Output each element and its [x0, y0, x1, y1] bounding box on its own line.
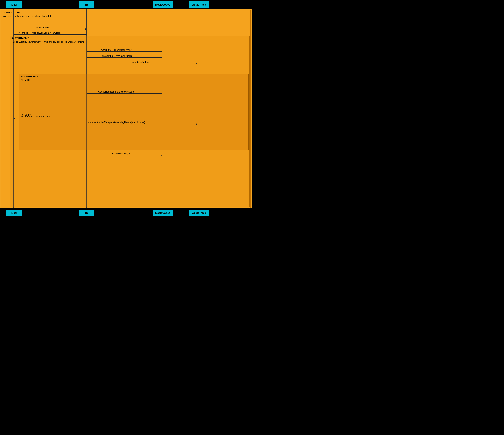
svg-text:[for audio]: [for audio]: [21, 113, 31, 116]
svg-text:audiotrack.write(Encapsulation: audiotrack.write(EncapsulationMode_Handl…: [88, 121, 145, 124]
svg-text:[AV data handling for none pas: [AV data handling for none passthrough m…: [2, 15, 51, 17]
svg-marker-40: [161, 154, 162, 156]
svg-text:ALTERNATIVE: ALTERNATIVE: [12, 37, 29, 40]
actor-tis-footer: TIS: [80, 210, 94, 216]
svg-text:write(byteBuffer): write(byteBuffer): [131, 61, 149, 63]
svg-marker-28: [196, 63, 198, 65]
actor-mediacodec-footer: MediaCodec: [153, 210, 172, 216]
actor-audiotrack-header: AudioTrack: [189, 1, 209, 8]
diagram-area: ALTERNATIVE [AV data handling for none p…: [0, 9, 252, 208]
svg-marker-16: [85, 28, 87, 30]
actor-tuner-header: Tuner: [6, 1, 22, 8]
svg-text:[MediaEvent.isSecureMemory == : [MediaEvent.isSecureMemory == true and T…: [12, 41, 84, 43]
footer-bar: Tuner TIS MediaCodec AudioTrack: [0, 208, 252, 218]
actor-audiotrack-footer: AudioTrack: [189, 210, 209, 216]
svg-text:MediaEvent.getAudioHandle: MediaEvent.getAudioHandle: [21, 115, 50, 118]
diagram-svg: ALTERNATIVE [AV data handling for none p…: [0, 9, 252, 208]
svg-text:ALTERNATIVE: ALTERNATIVE: [21, 75, 38, 78]
header-bar: Tuner TIS MediaCodec AudioTrack: [0, 0, 252, 9]
svg-marker-37: [196, 123, 198, 125]
svg-text:MediaEvents: MediaEvents: [36, 26, 50, 29]
svg-marker-19: [85, 34, 87, 35]
svg-text:queueInputBuffer(byteBuffer): queueInputBuffer(byteBuffer): [102, 54, 132, 57]
svg-text:linearblock.recycle: linearblock.recycle: [112, 152, 131, 155]
actor-tuner-footer: Tuner: [6, 210, 22, 216]
svg-text:ALTERNATIVE: ALTERNATIVE: [2, 11, 20, 14]
svg-marker-22: [161, 51, 162, 52]
sequence-diagram: ALTERNATIVE [AV data handling for none p…: [0, 0, 252, 218]
svg-rect-0: [1, 10, 250, 208]
svg-rect-10: [19, 74, 249, 150]
svg-rect-7: [10, 36, 250, 207]
svg-text:[for video]: [for video]: [21, 78, 31, 81]
svg-text:linearblock = MediaEvent.getLi: linearblock = MediaEvent.getLinearBlock: [18, 32, 61, 34]
svg-text:QueueRequest(linearblock).queu: QueueRequest(linearblock).queue: [98, 90, 134, 93]
svg-text:byteBuffer = linearblock.map(): byteBuffer = linearblock.map(): [101, 49, 132, 51]
svg-marker-34: [13, 117, 15, 119]
svg-marker-25: [161, 57, 162, 59]
actor-mediacodec-header: MediaCodec: [153, 1, 172, 8]
svg-marker-31: [161, 93, 162, 95]
actor-tis-header: TIS: [80, 1, 94, 8]
